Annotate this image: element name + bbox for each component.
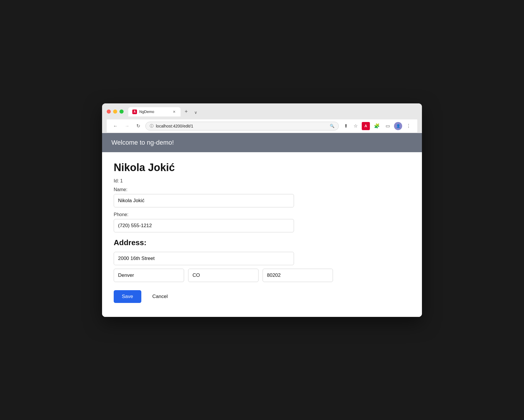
city-input[interactable]: [114, 269, 184, 282]
tab-chevron-icon: ∨: [192, 108, 199, 116]
maximize-button[interactable]: [120, 110, 124, 114]
app-header: Welcome to ng-demo!: [102, 133, 422, 152]
ext-red-button[interactable]: A: [362, 122, 370, 130]
window-controls: [107, 110, 124, 114]
phone-label: Phone:: [114, 212, 410, 217]
browser-window: A NgDemo ✕ + ∨ ← → ↻ ⓘ localhost:4200/ed…: [102, 103, 422, 317]
action-buttons: Save Cancel: [114, 290, 410, 303]
phone-input[interactable]: [114, 219, 294, 232]
new-tab-button[interactable]: +: [182, 107, 191, 116]
url-display: localhost:4200/edit/1: [156, 124, 327, 128]
browser-chrome: A NgDemo ✕ + ∨ ← → ↻ ⓘ localhost:4200/ed…: [102, 103, 422, 133]
browser-titlebar: A NgDemo ✕ + ∨: [107, 107, 417, 116]
share-button[interactable]: ⬆: [342, 122, 350, 130]
close-button[interactable]: [107, 110, 111, 114]
sidebar-button[interactable]: ▭: [384, 122, 392, 130]
address-bar[interactable]: ⓘ localhost:4200/edit/1 🔍: [145, 122, 339, 130]
street-input[interactable]: [114, 252, 294, 265]
save-button[interactable]: Save: [114, 290, 141, 303]
active-tab[interactable]: A NgDemo ✕: [128, 107, 181, 116]
address-security-icon: ⓘ: [150, 123, 154, 129]
name-label: Name:: [114, 187, 410, 192]
tab-favicon: A: [132, 110, 137, 114]
address-section-label: Address:: [114, 238, 410, 247]
app-title: Welcome to ng-demo!: [111, 139, 413, 146]
zoom-icon: 🔍: [330, 124, 334, 128]
forward-button[interactable]: →: [123, 122, 131, 130]
bookmark-button[interactable]: ☆: [352, 122, 359, 130]
more-button[interactable]: ⋮: [404, 122, 413, 130]
person-name-heading: Nikola Jokić: [114, 161, 410, 174]
address-row: [114, 269, 294, 282]
cancel-button[interactable]: Cancel: [146, 290, 174, 303]
zip-input[interactable]: [263, 269, 333, 282]
toolbar-actions: ⬆ ☆ A 🧩 ▭ 👤 ⋮: [342, 122, 413, 130]
extensions-button[interactable]: 🧩: [372, 122, 382, 130]
refresh-button[interactable]: ↻: [135, 122, 142, 130]
form-container: Nikola Jokić Id: 1 Name: Phone: Address:…: [102, 152, 422, 317]
tabs-bar: A NgDemo ✕ + ∨: [128, 107, 199, 116]
name-input[interactable]: [114, 194, 294, 207]
profile-avatar[interactable]: 👤: [394, 122, 402, 130]
back-button[interactable]: ←: [111, 122, 120, 130]
tab-label: NgDemo: [139, 110, 170, 114]
browser-addressbar: ← → ↻ ⓘ localhost:4200/edit/1 🔍 ⬆ ☆ A 🧩 …: [107, 119, 417, 133]
state-input[interactable]: [188, 269, 259, 282]
minimize-button[interactable]: [113, 110, 117, 114]
field-id: Id: 1: [114, 178, 410, 184]
page-content: Welcome to ng-demo! Nikola Jokić Id: 1 N…: [102, 133, 422, 317]
tab-close-button[interactable]: ✕: [172, 110, 177, 114]
